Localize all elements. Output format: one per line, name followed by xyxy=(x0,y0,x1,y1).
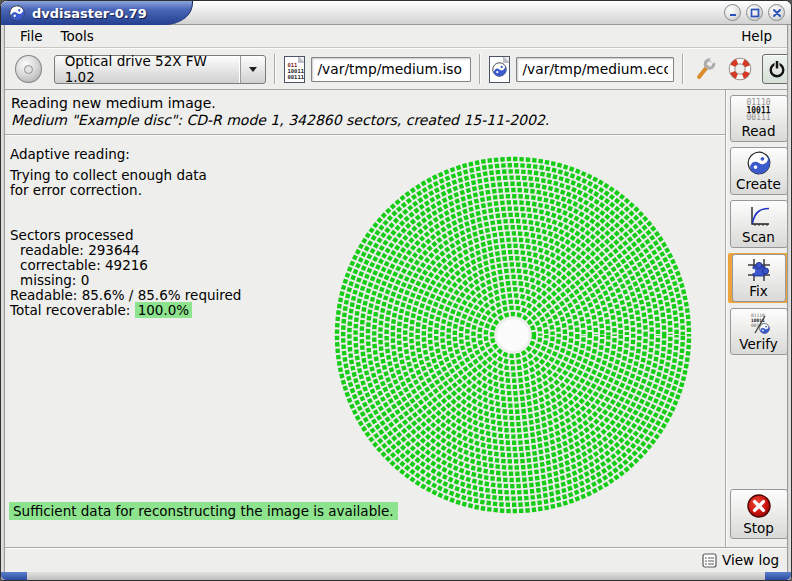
toolbar-separator xyxy=(479,54,481,84)
window-frame-bottom xyxy=(1,572,791,580)
verify-icon: 01110 10011 00111 xyxy=(746,312,772,335)
window-frame-left xyxy=(1,25,5,572)
drive-selector[interactable]: Optical drive 52X FW 1.02 xyxy=(54,55,267,84)
scan-curve-icon xyxy=(747,204,771,228)
status-header: Reading new medium image. Medium "Exampl… xyxy=(1,90,725,134)
success-message: Sufficient data for reconstructing the i… xyxy=(9,502,398,520)
toolbar-separator xyxy=(274,54,276,84)
stop-label: Stop xyxy=(743,520,774,536)
window-title: dvdisaster-0.79 xyxy=(32,6,147,21)
menubar: File Tools Help xyxy=(1,25,791,48)
ecc-path-input[interactable] xyxy=(516,57,674,82)
status-line2: Medium "Example disc": CD-R mode 1, 3428… xyxy=(11,112,725,128)
statusbar: View log xyxy=(1,547,791,572)
desc-line2: for error correction. xyxy=(10,183,241,198)
titlebar: dvdisaster-0.79 xyxy=(1,1,791,25)
action-sidebar: 01110 10011 00111 Read Create Scan xyxy=(725,90,791,547)
adaptive-reading-panel: Adaptive reading: Trying to collect enou… xyxy=(10,147,241,318)
fix-highlight: Fix xyxy=(728,253,790,303)
scan-button[interactable]: Scan xyxy=(730,200,788,248)
readable-summary: Readable: 85.6% / 85.6% required xyxy=(10,288,241,303)
verify-label: Verify xyxy=(739,336,777,352)
desc-line1: Trying to collect enough data xyxy=(10,168,241,183)
yinyang-icon xyxy=(747,151,771,175)
maximize-button[interactable] xyxy=(746,4,763,21)
view-log-button[interactable]: View log xyxy=(722,552,779,568)
optical-drive-icon xyxy=(15,55,42,83)
verify-button[interactable]: 01110 10011 00111 Verify xyxy=(730,308,788,355)
preferences-button[interactable] xyxy=(692,56,718,82)
fix-button[interactable]: Fix xyxy=(732,254,786,302)
body: Reading new medium image. Medium "Exampl… xyxy=(1,90,791,547)
sectors-title: Sectors processed xyxy=(10,228,241,243)
puzzle-icon xyxy=(746,258,772,282)
drive-selector-value: Optical drive 52X FW 1.02 xyxy=(65,53,231,85)
menu-tools[interactable]: Tools xyxy=(52,26,103,46)
drive-selector-arrow[interactable] xyxy=(240,56,265,83)
view-log-icon xyxy=(702,553,717,568)
menu-help[interactable]: Help xyxy=(732,26,781,46)
read-label: Read xyxy=(742,123,776,139)
window-controls xyxy=(724,4,785,21)
app-yinyang-icon xyxy=(9,5,25,21)
read-button[interactable]: 01110 10011 00111 Read xyxy=(730,95,788,142)
lifebuoy-icon xyxy=(727,56,753,82)
power-icon xyxy=(767,59,787,79)
sectors-readable: readable: 293644 xyxy=(10,243,241,258)
maximize-icon xyxy=(750,8,760,18)
total-recoverable-value: 100.0% xyxy=(135,302,192,318)
close-icon xyxy=(772,8,782,18)
create-label: Create xyxy=(736,176,781,192)
close-button[interactable] xyxy=(768,4,785,21)
binary-rows-icon: 01110 10011 00111 xyxy=(746,99,770,122)
titlebar-tab: dvdisaster-0.79 xyxy=(1,1,193,25)
scan-label: Scan xyxy=(742,229,775,245)
reading-area: Adaptive reading: Trying to collect enou… xyxy=(1,136,725,547)
toolbar: Optical drive 52X FW 1.02 011 10011 0011… xyxy=(1,48,791,90)
menu-file[interactable]: File xyxy=(11,26,52,46)
status-line1: Reading new medium image. xyxy=(11,95,725,111)
chevron-down-icon xyxy=(249,67,257,72)
help-button[interactable] xyxy=(727,56,753,82)
stop-icon xyxy=(746,493,772,519)
total-recoverable: Total recoverable: 100.0% xyxy=(10,303,241,318)
wrench-icon xyxy=(692,56,718,82)
window-frame-right xyxy=(787,25,791,572)
toolbar-separator xyxy=(682,54,684,84)
disc-spiral-visualization xyxy=(328,150,698,520)
ecc-yinyang-icon xyxy=(492,62,507,77)
iso-path-input[interactable] xyxy=(311,57,471,82)
fix-label: Fix xyxy=(749,283,768,299)
app-window: dvdisaster-0.79 File Tools Help Optical … xyxy=(0,0,792,581)
ecc-file-icon xyxy=(489,56,510,83)
minimize-button[interactable] xyxy=(724,4,741,21)
iso-file-icon: 011 10011 00111 xyxy=(284,56,305,83)
stop-button[interactable]: Stop xyxy=(730,489,788,539)
sectors-missing: missing: 0 xyxy=(10,273,241,288)
mode-label: Adaptive reading: xyxy=(10,147,241,162)
create-button[interactable]: Create xyxy=(730,147,788,195)
minimize-icon xyxy=(728,8,738,18)
sectors-correctable: correctable: 49216 xyxy=(10,258,241,273)
